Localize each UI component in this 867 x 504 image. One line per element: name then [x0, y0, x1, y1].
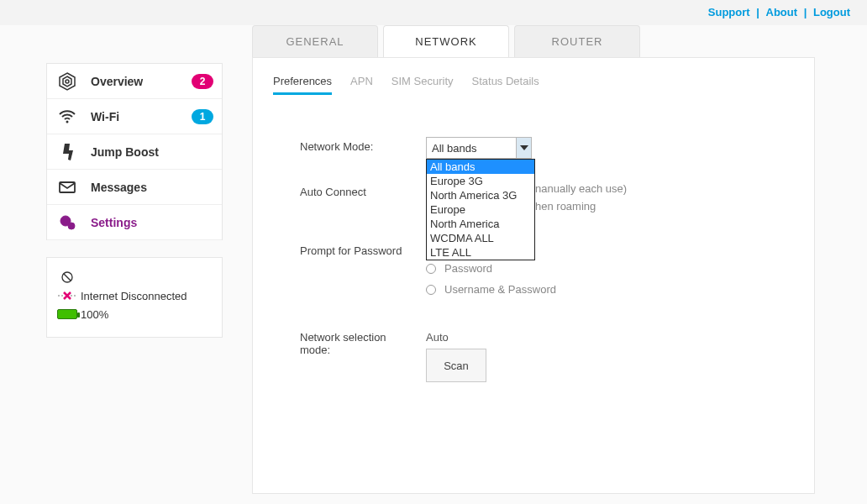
auto-connect-row: Auto Connect nanually each use) hen roam…	[300, 182, 786, 218]
scan-button[interactable]: Scan	[426, 349, 486, 382]
status-card: Internet Disconnected 100%	[46, 257, 223, 338]
sidebar-item-jumpboost[interactable]: Jump Boost	[47, 134, 222, 170]
svg-point-6	[64, 218, 68, 223]
svg-marker-1	[63, 76, 71, 87]
network-mode-row: Network Mode: All bands All bands Europe…	[300, 137, 786, 159]
radio-icon	[426, 264, 436, 274]
sidebar-item-overview[interactable]: Overview 2	[47, 64, 222, 99]
dropdown-option[interactable]: All bands	[427, 160, 534, 174]
wifi-badge: 1	[192, 109, 213, 124]
dropdown-option[interactable]: Europe	[427, 202, 534, 217]
tabbar: GENERAL NETWORK ROUTER	[252, 25, 815, 57]
logout-link[interactable]: Logout	[813, 6, 850, 18]
jumpboost-icon	[55, 140, 79, 164]
overview-badge: 2	[192, 74, 213, 89]
tab-general[interactable]: GENERAL	[252, 25, 378, 57]
sidebar-item-label: Messages	[91, 181, 147, 194]
support-link[interactable]: Support	[708, 6, 750, 18]
separator: |	[753, 6, 763, 18]
internet-status-text: Internet Disconnected	[81, 290, 187, 302]
battery-text: 100%	[81, 308, 108, 321]
network-mode-label: Network Mode:	[300, 137, 426, 153]
auto-connect-label: Auto Connect	[300, 182, 426, 198]
svg-marker-0	[60, 73, 75, 90]
network-selection-label: Network selection mode:	[300, 328, 426, 356]
sidebar-item-label: Overview	[91, 75, 143, 88]
sidebar-item-label: Jump Boost	[91, 145, 159, 159]
radio-password[interactable]: Password	[426, 262, 786, 275]
auto-connect-text-fragment: nanually each use)	[535, 182, 786, 195]
subtab-status-details[interactable]: Status Details	[472, 75, 539, 95]
preferences-form: Network Mode: All bands All bands Europe…	[273, 120, 794, 382]
separator: |	[801, 6, 811, 18]
network-selection-row: Network selection mode: Auto Scan	[300, 328, 786, 382]
settings-panel: Preferences APN SIM Security Status Deta…	[252, 57, 815, 494]
battery-icon	[57, 307, 77, 322]
nosim-icon	[57, 270, 77, 285]
dropdown-option[interactable]: North America	[427, 217, 534, 231]
dropdown-option[interactable]: WCDMA ALL	[427, 231, 534, 245]
radio-username-password[interactable]: Username & Password	[426, 283, 786, 296]
disconnected-icon	[57, 288, 77, 303]
network-mode-dropdown[interactable]: All bands Europe 3G North America 3G Eur…	[426, 159, 535, 260]
sidebar: Overview 2 Wi-Fi 1 Jump Boost	[46, 63, 223, 338]
overview-icon	[55, 70, 79, 93]
sidebar-item-label: Wi-Fi	[91, 110, 119, 123]
svg-line-10	[64, 274, 71, 281]
sidebar-item-settings[interactable]: Settings	[47, 205, 222, 240]
gear-icon	[55, 211, 79, 234]
subtab-apn[interactable]: APN	[350, 75, 373, 95]
sidebar-item-label: Settings	[91, 216, 137, 229]
radio-icon	[426, 285, 436, 295]
network-mode-selected: All bands	[432, 142, 476, 155]
prompt-password-row: Prompt for Password Do Not Prompt Passwo…	[300, 241, 786, 304]
dropdown-option[interactable]: North America 3G	[427, 188, 534, 202]
about-link[interactable]: About	[766, 6, 798, 18]
topbar: Support | About | Logout	[0, 0, 867, 25]
chevron-down-icon	[516, 138, 531, 158]
network-mode-select[interactable]: All bands	[426, 137, 532, 159]
svg-point-8	[71, 224, 73, 227]
tab-router[interactable]: ROUTER	[514, 25, 640, 57]
dropdown-option[interactable]: Europe 3G	[427, 174, 534, 188]
svg-point-2	[66, 80, 69, 83]
prompt-password-label: Prompt for Password	[300, 241, 426, 257]
network-selection-value: Auto	[426, 328, 786, 344]
sidebar-item-wifi[interactable]: Wi-Fi 1	[47, 99, 222, 134]
svg-point-3	[66, 120, 69, 123]
radio-label: Password	[444, 262, 492, 275]
subtabs: Preferences APN SIM Security Status Deta…	[273, 75, 794, 95]
auto-connect-text-fragment: hen roaming	[535, 200, 786, 213]
subtab-sim-security[interactable]: SIM Security	[391, 75, 454, 95]
wifi-icon	[55, 105, 79, 129]
mail-icon	[55, 176, 79, 199]
tab-network[interactable]: NETWORK	[383, 25, 509, 57]
subtab-preferences[interactable]: Preferences	[273, 75, 332, 95]
radio-label: Username & Password	[444, 283, 556, 296]
sidebar-item-messages[interactable]: Messages	[47, 170, 222, 205]
dropdown-option[interactable]: LTE ALL	[427, 245, 534, 260]
